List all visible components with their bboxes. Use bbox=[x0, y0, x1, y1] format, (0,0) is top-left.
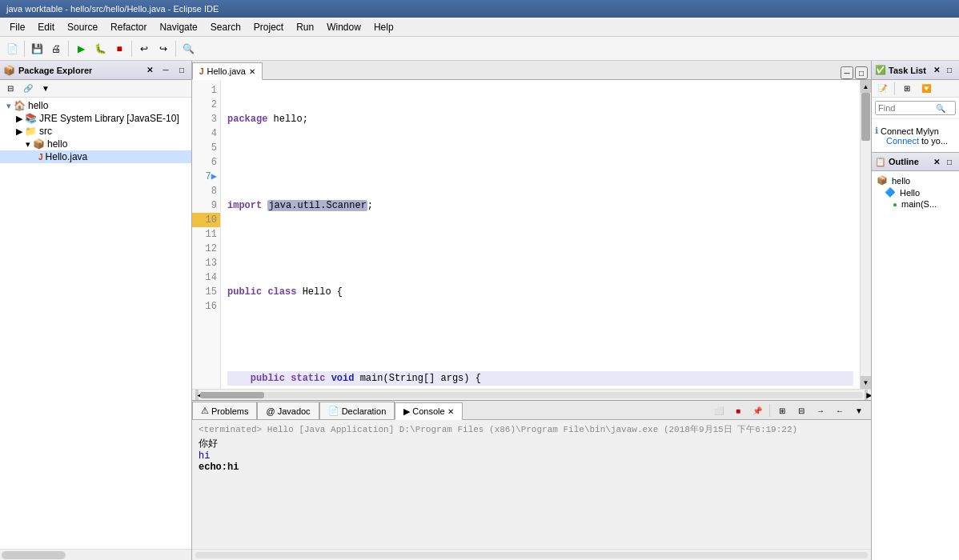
hscroll-left[interactable]: ◄ bbox=[195, 390, 199, 401]
redo-btn[interactable]: ↪ bbox=[154, 40, 172, 58]
console-hscrollbar[interactable] bbox=[192, 549, 871, 560]
package-explorer-close[interactable]: ✕ bbox=[143, 64, 156, 77]
tree-item-jre[interactable]: ▶ 📚 JRE System Library [JavaSE-10] bbox=[0, 112, 191, 125]
console-stop-btn[interactable]: ■ bbox=[729, 402, 747, 419]
menu-help[interactable]: Help bbox=[367, 20, 400, 34]
outline-item-main[interactable]: ● main(S... bbox=[875, 198, 956, 210]
collapse-all-btn[interactable]: ⊟ bbox=[2, 80, 19, 98]
task-view-btn[interactable]: ⊞ bbox=[898, 80, 916, 98]
menu-project[interactable]: Project bbox=[247, 20, 290, 34]
menu-run[interactable]: Run bbox=[290, 20, 320, 34]
tab-declaration[interactable]: 📄 Declaration bbox=[319, 402, 395, 419]
hscroll-track[interactable] bbox=[200, 392, 863, 398]
console-hscroll-track[interactable] bbox=[195, 552, 868, 558]
task-list-maximize[interactable]: □ bbox=[943, 64, 956, 77]
menu-source[interactable]: Source bbox=[61, 20, 104, 34]
print-btn[interactable]: 🖨 bbox=[47, 40, 65, 58]
task-search-icon[interactable]: 🔍 bbox=[936, 104, 947, 113]
menu-edit[interactable]: Edit bbox=[31, 20, 61, 34]
sep2 bbox=[68, 41, 69, 57]
tab-console[interactable]: ▶ Console ✕ bbox=[395, 402, 462, 420]
tab-problems[interactable]: ⚠ Problems bbox=[192, 402, 257, 419]
outline-item-hello-class[interactable]: 🔷 Hello bbox=[875, 186, 956, 198]
ln-11: 11 bbox=[192, 227, 220, 242]
outline-close[interactable]: ✕ bbox=[930, 155, 943, 168]
ln-1: 1 bbox=[192, 83, 220, 98]
editor-hscrollbar[interactable]: ◄ ► bbox=[192, 389, 871, 400]
console-btn1[interactable]: ⊞ bbox=[773, 402, 791, 419]
menu-search[interactable]: Search bbox=[204, 20, 247, 34]
console-content: <terminated> Hello [Java Application] D:… bbox=[192, 420, 871, 549]
ln-8: 8 bbox=[192, 184, 220, 198]
editor-tabs: J Hello.java ✕ ─ □ bbox=[192, 61, 871, 80]
console-clear-btn[interactable]: ⬜ bbox=[710, 402, 728, 419]
undo-btn[interactable]: ↩ bbox=[135, 40, 153, 58]
outline-content: 📦 hello 🔷 Hello ● main(S... bbox=[872, 171, 959, 560]
sep4 bbox=[175, 41, 176, 57]
close-tab-btn[interactable]: ✕ bbox=[249, 67, 255, 76]
menu-refactor[interactable]: Refactor bbox=[104, 20, 153, 34]
scrollbar-down[interactable]: ▼ bbox=[861, 376, 871, 389]
ln-4: 4 bbox=[192, 126, 220, 141]
connect-mylyn-label: Connect Mylyn bbox=[881, 126, 939, 136]
debug-btn[interactable]: 🐛 bbox=[91, 40, 109, 58]
tree-item-hello-java[interactable]: J Hello.java bbox=[0, 150, 191, 163]
console-pin-btn[interactable]: 📌 bbox=[748, 402, 766, 419]
sep1 bbox=[24, 41, 25, 57]
ln-12: 12 bbox=[192, 242, 220, 256]
console-btn2[interactable]: ⊟ bbox=[792, 402, 810, 419]
code-line-6 bbox=[227, 328, 853, 342]
console-btn5[interactable]: ▼ bbox=[850, 402, 868, 419]
editor-area[interactable]: 1 2 3 4 5 6 7▶ 8 9 10 11 12 13 14 15 16 … bbox=[192, 80, 871, 389]
link-with-editor-btn[interactable]: 🔗 bbox=[19, 80, 37, 98]
method-icon: ● bbox=[893, 200, 897, 209]
stop-btn[interactable]: ■ bbox=[110, 40, 128, 58]
scrollbar-up[interactable]: ▲ bbox=[861, 80, 871, 93]
task-find-input[interactable] bbox=[876, 102, 936, 114]
ln-3: 3 bbox=[192, 112, 220, 126]
console-btn3[interactable]: → bbox=[812, 402, 829, 419]
package-explorer-header: 📦 Package Explorer ✕ ─ □ bbox=[0, 61, 191, 80]
scrollbar-thumb[interactable] bbox=[861, 93, 870, 141]
package-explorer-minimize[interactable]: ─ bbox=[159, 64, 172, 77]
task-filter-btn[interactable]: 🔽 bbox=[917, 80, 935, 98]
task-list-close[interactable]: ✕ bbox=[930, 64, 943, 77]
ln-9: 9 bbox=[192, 198, 220, 213]
menu-file[interactable]: File bbox=[3, 20, 31, 34]
tree-item-hello-project[interactable]: ▾ 🏠 hello bbox=[0, 99, 191, 112]
task-new-btn[interactable]: 📝 bbox=[873, 80, 891, 98]
outline-item-hello-pkg[interactable]: 📦 hello bbox=[875, 174, 956, 186]
explorer-hscrollbar[interactable] bbox=[0, 549, 191, 560]
editor-minimize-btn[interactable]: ─ bbox=[841, 66, 853, 79]
save-btn[interactable]: 💾 bbox=[28, 40, 46, 58]
package-explorer-maximize[interactable]: □ bbox=[175, 64, 188, 77]
menu-navigate[interactable]: Navigate bbox=[153, 20, 203, 34]
connect-link[interactable]: Connect bbox=[886, 136, 919, 146]
view-menu-btn[interactable]: ▼ bbox=[37, 80, 54, 98]
console-sep bbox=[769, 404, 770, 417]
console-btn4[interactable]: ← bbox=[831, 402, 849, 419]
tree-item-hello-package[interactable]: ▾ 📦 hello bbox=[0, 138, 191, 150]
editor-maximize-btn[interactable]: □ bbox=[855, 66, 868, 79]
bottom-tab-toolbar: ⬜ ■ 📌 ⊞ ⊟ → ← ▼ bbox=[710, 401, 868, 420]
ln-14: 14 bbox=[192, 270, 220, 285]
new-btn[interactable]: 📄 bbox=[3, 40, 21, 58]
search-btn[interactable]: 🔍 bbox=[179, 40, 197, 58]
tab-javadoc[interactable]: @ Javadoc bbox=[257, 402, 319, 419]
run-btn[interactable]: ▶ bbox=[72, 40, 90, 58]
editor-tab-hello-java[interactable]: J Hello.java ✕ bbox=[192, 62, 263, 80]
outline-maximize[interactable]: □ bbox=[943, 155, 956, 168]
class-icon: 🔷 bbox=[885, 187, 896, 198]
tree-item-src[interactable]: ▶ 📁 src bbox=[0, 125, 191, 138]
task-list-title: Task List bbox=[889, 66, 926, 75]
close-console-btn[interactable]: ✕ bbox=[447, 407, 454, 416]
hscroll-thumb[interactable] bbox=[200, 392, 264, 398]
editor-vscrollbar[interactable]: ▲ ▼ bbox=[860, 80, 871, 389]
ln-2: 2 bbox=[192, 98, 220, 112]
package-explorer-title: Package Explorer bbox=[18, 66, 140, 75]
code-area[interactable]: package hello; import java.util.Scanner;… bbox=[221, 80, 860, 389]
hscroll-right[interactable]: ► bbox=[865, 390, 868, 401]
task-find-row: 🔍 bbox=[875, 101, 956, 115]
connect-suffix: to yo... bbox=[921, 136, 948, 146]
menu-window[interactable]: Window bbox=[320, 20, 367, 34]
